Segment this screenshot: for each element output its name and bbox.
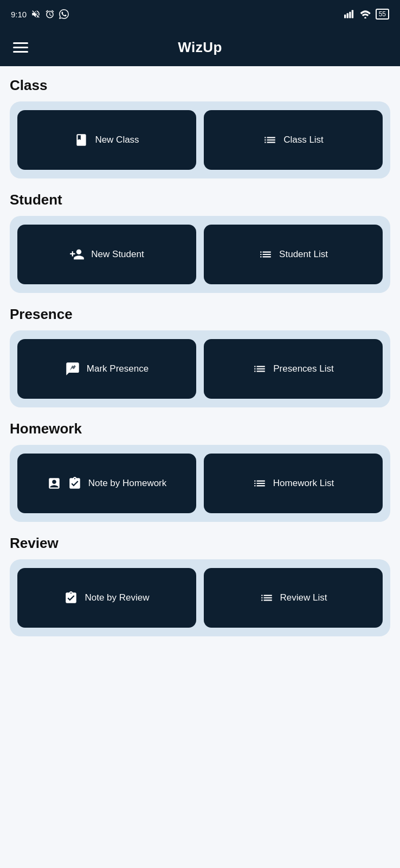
presences-list-button[interactable]: Presences List: [204, 339, 383, 399]
signal-icon: [344, 10, 355, 18]
new-student-button[interactable]: New Student: [17, 225, 196, 284]
homework-section: Homework Note by Homework H: [10, 420, 390, 522]
svg-rect-3: [351, 10, 353, 18]
svg-rect-0: [344, 15, 346, 18]
mark-presence-label: Mark Presence: [87, 363, 149, 374]
student-section: Student New Student Student List: [10, 192, 390, 293]
svg-point-4: [364, 17, 366, 18]
student-list-label: Student List: [279, 249, 328, 260]
list-icon-4: [253, 476, 267, 490]
battery-icon: 55: [376, 9, 389, 20]
battery-level: 55: [379, 10, 386, 18]
presence-section: Presence Mark Presence Presences List: [10, 306, 390, 407]
note-by-homework-button[interactable]: Note by Homework: [17, 454, 196, 513]
note-by-review-button[interactable]: Note by Review: [17, 568, 196, 628]
class-list-button[interactable]: Class List: [204, 110, 383, 170]
whatsapp-icon: [59, 9, 69, 19]
new-student-label: New Student: [91, 249, 144, 260]
class-section-title: Class: [10, 77, 390, 94]
status-bar: 9:10 55: [0, 0, 400, 28]
new-class-button[interactable]: New Class: [17, 110, 196, 170]
review-section-title: Review: [10, 535, 390, 552]
wifi-icon: [359, 10, 371, 18]
homework-icon: [68, 476, 82, 490]
list-icon-5: [260, 591, 274, 605]
note-by-review-label: Note by Review: [85, 592, 149, 603]
note-by-homework-label: Note by Homework: [88, 478, 167, 489]
list-icon: [263, 133, 277, 147]
homework-list-label: Homework List: [273, 478, 334, 489]
review-list-button[interactable]: Review List: [204, 568, 383, 628]
note-edit-icon: [47, 476, 61, 490]
alarm-icon: [45, 9, 55, 19]
review-list-label: Review List: [280, 592, 327, 603]
new-class-label: New Class: [95, 135, 139, 145]
homework-list-button[interactable]: Homework List: [204, 454, 383, 513]
student-section-title: Student: [10, 192, 390, 208]
time-label: 9:10: [11, 10, 27, 19]
list-icon-2: [259, 247, 273, 261]
presences-list-label: Presences List: [273, 363, 334, 374]
review-section: Review Note by Review Review List: [10, 535, 390, 636]
homework-card-group: Note by Homework Homework List: [10, 445, 390, 522]
review-card-group: Note by Review Review List: [10, 559, 390, 636]
mark-presence-button[interactable]: Mark Presence: [17, 339, 196, 399]
presence-card-group: Mark Presence Presences List: [10, 330, 390, 407]
svg-rect-1: [346, 13, 348, 18]
review-note-icon: [64, 591, 78, 605]
student-list-button[interactable]: Student List: [204, 225, 383, 284]
person-add-icon: [69, 247, 85, 262]
mute-icon: [31, 9, 41, 19]
check-chat-icon: [65, 361, 80, 376]
main-content: Class New Class Class List Student: [0, 66, 400, 666]
list-icon-3: [253, 362, 267, 376]
app-title: WizUp: [178, 39, 222, 56]
class-card-group: New Class Class List: [10, 101, 390, 178]
student-card-group: New Student Student List: [10, 216, 390, 293]
class-list-label: Class List: [283, 135, 324, 145]
status-left: 9:10: [11, 9, 69, 19]
presence-section-title: Presence: [10, 306, 390, 323]
homework-section-title: Homework: [10, 420, 390, 437]
hamburger-button[interactable]: [13, 42, 28, 53]
book-icon: [74, 133, 88, 147]
status-right: 55: [344, 9, 389, 20]
top-nav: WizUp: [0, 28, 400, 66]
svg-rect-2: [349, 12, 351, 18]
class-section: Class New Class Class List: [10, 77, 390, 178]
